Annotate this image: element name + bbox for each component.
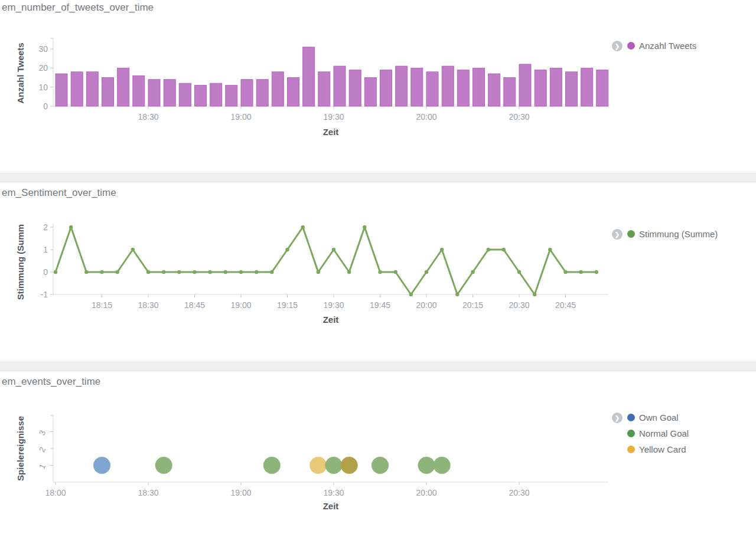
- tweet-bar: [364, 78, 376, 107]
- sentiment-point: [394, 270, 397, 274]
- sentiment-point: [131, 248, 135, 251]
- svg-text:18:30: 18:30: [138, 112, 158, 122]
- tweet-bar: [303, 47, 315, 106]
- tweet-bar: [411, 68, 423, 106]
- svg-text:0: 0: [43, 267, 48, 277]
- svg-text:18:30: 18:30: [138, 300, 158, 310]
- sentiment-point: [193, 270, 196, 274]
- svg-text:18:15: 18:15: [92, 300, 112, 310]
- svg-text:1: 1: [43, 245, 48, 254]
- sentiment-point: [517, 270, 521, 274]
- legend-expand-chevron-icon[interactable]: ❯: [612, 412, 623, 423]
- sentiment-point: [425, 270, 428, 274]
- tweet-bar: [318, 72, 330, 106]
- kibana-dashboard: em_number_of_tweets_over_time em_Sentime…: [0, 0, 756, 537]
- svg-text:Anzahl Tweets: Anzahl Tweets: [15, 42, 25, 103]
- sentiment-point: [208, 270, 212, 274]
- svg-text:Zeit: Zeit: [323, 501, 339, 511]
- event-bubble: [341, 457, 358, 474]
- tweet-bar: [380, 70, 392, 106]
- sentiment-point: [455, 293, 459, 296]
- sentiment-point: [487, 248, 490, 251]
- sentiment-point: [224, 270, 227, 274]
- svg-text:19:30: 19:30: [323, 300, 344, 310]
- sentiment-point: [332, 248, 335, 251]
- svg-text:20:30: 20:30: [509, 488, 529, 497]
- legend-label: Yellow Card: [639, 444, 686, 454]
- svg-text:19:30: 19:30: [323, 112, 344, 122]
- legend-swatch: [627, 446, 635, 453]
- sentiment-point: [378, 270, 382, 274]
- svg-text:20:00: 20:00: [416, 488, 436, 497]
- sentiment-point: [69, 225, 73, 229]
- svg-text:0: 0: [43, 101, 48, 111]
- legend-item-stimmung-summe-[interactable]: Stimmung (Summe): [627, 226, 718, 242]
- svg-text:19:00: 19:00: [230, 300, 251, 310]
- svg-text:Stimmung (Summ: Stimmung (Summ: [15, 224, 25, 300]
- svg-text:19:00: 19:00: [230, 488, 251, 497]
- tweet-bar: [349, 70, 361, 106]
- sentiment-point: [595, 270, 598, 274]
- legend-label: Anzahl Tweets: [639, 41, 696, 51]
- svg-text:Spielereignisse: Spielereignisse: [15, 416, 25, 481]
- sentiment-point: [116, 270, 119, 274]
- sentiment-point: [239, 270, 243, 274]
- svg-text:20:30: 20:30: [509, 112, 529, 122]
- svg-text:18:00: 18:00: [45, 488, 66, 497]
- event-bubble: [309, 457, 327, 474]
- svg-text:19:45: 19:45: [370, 300, 390, 310]
- tweet-bar: [148, 80, 160, 106]
- legend-events: ❯Own GoalNormal GoalYellow Card: [612, 410, 689, 457]
- tweet-bar: [550, 68, 562, 106]
- tweet-bar: [442, 66, 454, 106]
- svg-text:3: 3: [37, 428, 48, 437]
- legend-item-normal-goal[interactable]: Normal Goal: [627, 425, 689, 441]
- event-bubble: [434, 457, 451, 474]
- sentiment-point: [100, 270, 103, 274]
- tweet-bar: [272, 72, 284, 106]
- event-bubble: [93, 457, 110, 474]
- sentiment-point: [54, 270, 57, 274]
- legend-tweets: ❯Anzahl Tweets: [612, 38, 696, 54]
- tweet-bar: [488, 74, 500, 106]
- tweet-bar: [597, 70, 608, 106]
- svg-text:18:45: 18:45: [184, 300, 205, 310]
- sentiment-point: [533, 293, 536, 296]
- tweet-bar: [426, 72, 438, 106]
- tweet-bar: [457, 70, 469, 106]
- legend-item-anzahl-tweets[interactable]: Anzahl Tweets: [627, 38, 696, 54]
- tweet-bar: [210, 83, 222, 106]
- sentiment-point: [440, 248, 444, 251]
- svg-text:Zeit: Zeit: [323, 127, 339, 137]
- legend-item-own-goal[interactable]: Own Goal: [627, 410, 689, 425]
- event-bubble: [155, 457, 172, 474]
- svg-text:2: 2: [37, 446, 48, 454]
- tweet-bar: [288, 78, 299, 107]
- tweet-bar: [179, 83, 191, 106]
- event-bubble: [372, 457, 389, 474]
- legend-item-yellow-card[interactable]: Yellow Card: [627, 441, 689, 457]
- sentiment-point: [317, 270, 320, 274]
- svg-text:19:15: 19:15: [277, 300, 298, 310]
- svg-text:20: 20: [38, 63, 48, 73]
- tweet-bar: [334, 66, 346, 106]
- tweet-bar: [133, 76, 145, 106]
- tweet-bar: [226, 85, 237, 106]
- sentiment-line: [56, 227, 597, 294]
- sentiment-point: [347, 270, 351, 274]
- tweet-bar: [504, 78, 516, 107]
- svg-text:20:00: 20:00: [416, 112, 436, 122]
- legend-expand-chevron-icon[interactable]: ❯: [612, 41, 623, 51]
- tweet-bar: [519, 64, 531, 106]
- svg-text:2: 2: [43, 222, 48, 232]
- tweet-bar: [195, 85, 207, 106]
- sentiment-point: [409, 293, 413, 296]
- tweet-bar: [118, 68, 129, 106]
- event-bubble: [325, 457, 343, 474]
- svg-text:20:30: 20:30: [509, 300, 529, 310]
- svg-text:10: 10: [38, 83, 48, 92]
- legend-swatch: [627, 430, 635, 437]
- sentiment-point: [177, 270, 181, 274]
- event-bubble: [263, 457, 281, 474]
- legend-expand-chevron-icon[interactable]: ❯: [612, 229, 623, 240]
